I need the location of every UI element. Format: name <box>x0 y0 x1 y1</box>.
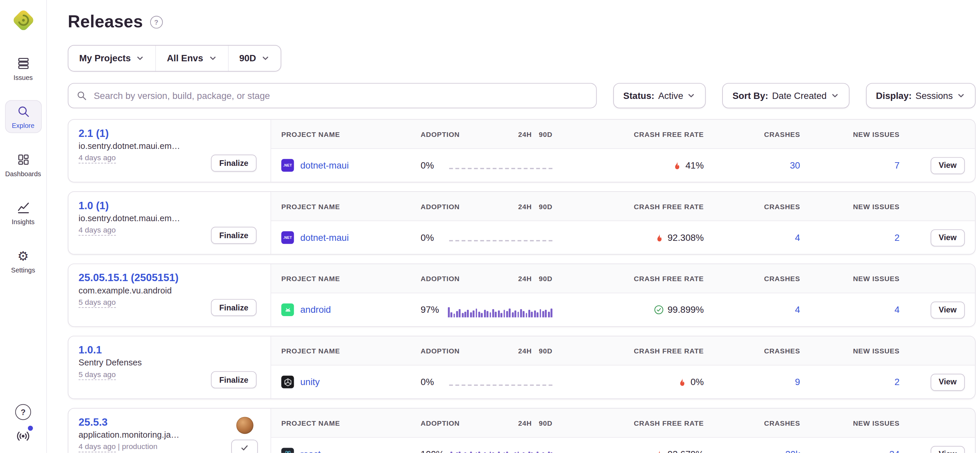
toolbar: Status: Active Sort By: Date Created Dis… <box>68 83 975 108</box>
column-header-crashes: CRASHES <box>704 275 800 282</box>
status-label: Status: <box>623 91 654 100</box>
app-window: Issues Explore <box>0 0 980 453</box>
chevron-down-icon <box>136 54 145 63</box>
new-issues-link[interactable]: 2 <box>894 377 899 387</box>
fire-icon <box>654 449 664 453</box>
fire-icon <box>677 377 687 387</box>
sidebar-item-settings[interactable]: ⚙ Settings <box>5 245 41 277</box>
new-issues-link[interactable]: 34 <box>889 449 900 453</box>
range-90d-label[interactable]: 90D <box>539 202 552 210</box>
view-button[interactable]: View <box>931 157 965 174</box>
project-link[interactable]: react <box>300 449 320 453</box>
new-issues-link[interactable]: 7 <box>894 160 899 170</box>
adoption-bars-chart[interactable] <box>448 307 552 317</box>
chevron-down-icon <box>208 54 217 63</box>
view-button[interactable]: View <box>931 446 965 453</box>
adoption-chart[interactable] <box>449 449 557 453</box>
help-icon[interactable]: ? <box>15 404 31 420</box>
react-icon <box>281 448 294 453</box>
insights-icon <box>16 201 30 215</box>
new-issues-link[interactable]: 4 <box>894 305 899 315</box>
dotnet-icon: .NET <box>281 159 294 172</box>
crashes-link[interactable]: 20k <box>785 449 800 453</box>
gear-icon: ⚙ <box>18 249 29 263</box>
view-button[interactable]: View <box>931 301 965 318</box>
finalize-button[interactable]: Finalize <box>211 299 257 316</box>
project-link[interactable]: unity <box>300 377 320 387</box>
page-help-icon[interactable]: ? <box>150 16 162 28</box>
adoption-chart[interactable] <box>449 165 557 166</box>
crashes-link[interactable]: 30 <box>790 160 800 170</box>
release-meta: 2.1 (1) io.sentry.dotnet.maui.em… 4 days… <box>68 119 271 181</box>
release-table-row: .NET dotnet-maui 0% 41% 30 7 View <box>271 149 975 182</box>
avatar[interactable] <box>236 417 253 434</box>
crashes-link[interactable]: 4 <box>795 305 800 315</box>
range-90d-label[interactable]: 90D <box>539 275 552 282</box>
column-header-adoption: ADOPTION <box>421 419 449 427</box>
adoption-chart[interactable] <box>449 381 557 383</box>
project-link[interactable]: dotnet-maui <box>300 160 349 170</box>
adoption-bars-chart[interactable] <box>448 451 552 453</box>
column-header-new-issues: NEW ISSUES <box>800 275 900 282</box>
release-package: io.sentry.dotnet.maui.em… <box>79 213 212 223</box>
column-header-project: PROJECT NAME <box>281 130 420 138</box>
release-card: 1.0 (1) io.sentry.dotnet.maui.em… 4 days… <box>68 191 975 254</box>
finalize-button[interactable]: Finalize <box>211 154 257 172</box>
notification-dot <box>28 426 33 431</box>
release-version-link[interactable]: 25.05.15.1 (2505151) <box>79 272 178 284</box>
adoption-chart[interactable] <box>449 237 557 238</box>
sidebar-item-label: Insights <box>12 218 35 226</box>
sidebar-item-insights[interactable]: Insights <box>5 197 41 229</box>
sidebar-item-dashboards[interactable]: Dashboards <box>5 148 41 181</box>
search-input[interactable] <box>92 90 588 101</box>
release-version-link[interactable]: 2.1 (1) <box>79 127 109 139</box>
release-meta: 25.5.3 application.monitoring.ja… 4 days… <box>68 409 271 453</box>
range-90d-label[interactable]: 90D <box>539 419 552 427</box>
finalized-check-button[interactable] <box>231 440 258 453</box>
range-24h-label[interactable]: 24H <box>518 130 532 138</box>
adoption-value: 0% <box>421 232 449 243</box>
projects-filter[interactable]: My Projects <box>68 46 155 71</box>
environments-filter-label: All Envs <box>167 53 203 63</box>
range-24h-label[interactable]: 24H <box>518 419 532 427</box>
release-list: 2.1 (1) io.sentry.dotnet.maui.em… 4 days… <box>68 119 975 453</box>
release-table: PROJECT NAME ADOPTION 24H 90D CRASH FREE… <box>271 192 975 254</box>
column-header-range: 24H 90D <box>449 419 557 427</box>
sidebar-item-explore[interactable]: Explore <box>5 100 41 133</box>
release-version-link[interactable]: 1.0.1 <box>79 344 102 356</box>
display-dropdown[interactable]: Display: Sessions <box>866 83 976 108</box>
crashes-link[interactable]: 4 <box>795 232 800 243</box>
release-table-row: unity 0% 0% 9 2 View <box>271 366 975 398</box>
release-version-link[interactable]: 25.5.3 <box>79 416 108 428</box>
column-header-crash-free: CRASH FREE RATE <box>557 202 704 210</box>
status-dropdown[interactable]: Status: Active <box>613 83 706 108</box>
finalize-button[interactable]: Finalize <box>211 371 257 388</box>
sort-by-dropdown[interactable]: Sort By: Date Created <box>722 83 850 108</box>
range-24h-label[interactable]: 24H <box>518 202 532 210</box>
adoption-chart[interactable] <box>449 304 557 315</box>
broadcast-icon[interactable] <box>15 428 31 444</box>
release-version-link[interactable]: 1.0 (1) <box>79 200 109 211</box>
view-button[interactable]: View <box>931 374 965 390</box>
range-90d-label[interactable]: 90D <box>539 130 552 138</box>
range-24h-label[interactable]: 24H <box>518 347 532 354</box>
range-24h-label[interactable]: 24H <box>518 275 532 282</box>
range-90d-label[interactable]: 90D <box>539 347 552 354</box>
view-button[interactable]: View <box>931 229 965 246</box>
date-range-filter[interactable]: 90D <box>228 46 281 71</box>
new-issues-link[interactable]: 2 <box>894 232 899 243</box>
main-content: Releases ? My Projects All Envs 90D <box>46 0 980 453</box>
sentry-logo-icon[interactable] <box>10 8 36 33</box>
crash-free-value: 93.679% <box>668 449 704 453</box>
finalize-button[interactable]: Finalize <box>211 227 257 244</box>
dotnet-icon: .NET <box>281 231 294 244</box>
project-link[interactable]: dotnet-maui <box>300 232 349 243</box>
sidebar-item-issues[interactable]: Issues <box>5 52 41 85</box>
finalized-box <box>231 417 258 453</box>
crashes-link[interactable]: 9 <box>795 377 800 387</box>
sidebar-nav: Issues Explore <box>5 52 41 277</box>
column-header-project: PROJECT NAME <box>281 347 420 354</box>
column-header-range: 24H 90D <box>449 275 557 282</box>
environments-filter[interactable]: All Envs <box>156 46 228 71</box>
project-link[interactable]: android <box>300 305 331 315</box>
